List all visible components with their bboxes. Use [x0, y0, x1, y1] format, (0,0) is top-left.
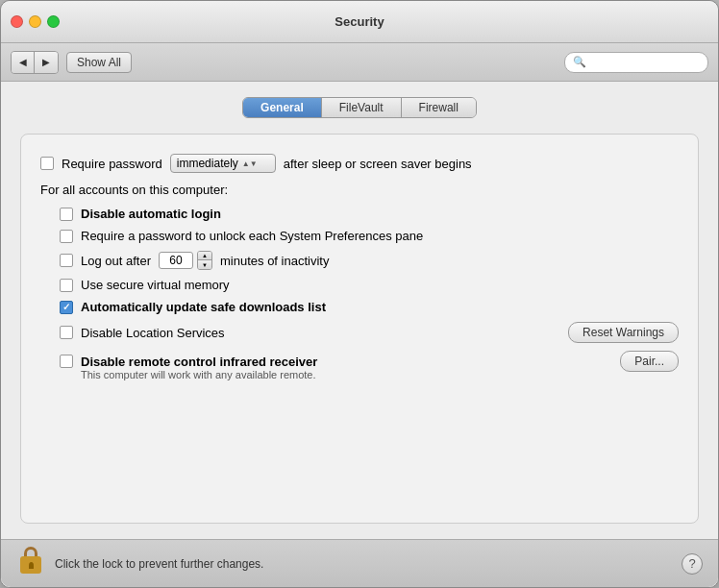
secure-memory-label: Use secure virtual memory	[81, 278, 230, 292]
disable-login-label: Disable automatic login	[81, 207, 221, 221]
close-button[interactable]	[11, 15, 23, 28]
after-sleep-label: after sleep or screen saver begins	[284, 157, 472, 171]
dropdown-arrow-icon: ▲▼	[242, 159, 258, 168]
logout-suffix-label: minutes of inactivity	[220, 254, 329, 268]
secure-memory-row: Use secure virtual memory	[60, 278, 679, 292]
logout-checkbox[interactable]	[60, 254, 73, 267]
settings-panel: Require password immediately ▲▼ after sl…	[20, 134, 699, 524]
password-timing-dropdown[interactable]: immediately ▲▼	[170, 154, 276, 173]
logout-row: Log out after ▲ ▼ minutes of inactivity	[60, 251, 679, 270]
stepper-buttons: ▲ ▼	[197, 251, 212, 270]
lock-body	[20, 556, 41, 574]
auto-update-row: Automatically update safe downloads list	[60, 300, 679, 314]
auto-update-label: Automatically update safe downloads list	[81, 300, 326, 314]
lock-text: Click the lock to prevent further change…	[55, 557, 263, 571]
auto-update-checkbox[interactable]	[60, 301, 73, 314]
lock-shackle	[24, 547, 37, 556]
forward-button[interactable]: ▶	[35, 52, 58, 73]
window-title: Security	[335, 14, 384, 29]
require-password-row: Require password immediately ▲▼ after sl…	[40, 154, 679, 173]
lock-button[interactable]	[16, 547, 45, 580]
for-all-accounts-label: For all accounts on this computer:	[40, 183, 679, 197]
tab-filevault[interactable]: FileVault	[322, 98, 402, 117]
help-button[interactable]: ?	[682, 553, 703, 575]
logout-stepper: ▲ ▼	[159, 251, 212, 270]
accounts-options: Disable automatic login Require a passwo…	[60, 207, 679, 382]
pair-button[interactable]: Pair...	[620, 351, 679, 372]
content-area: General FileVault Firewall Require passw…	[1, 82, 718, 539]
dropdown-value: immediately	[177, 157, 238, 170]
disable-login-checkbox[interactable]	[60, 208, 73, 221]
stepper-up-button[interactable]: ▲	[198, 252, 211, 260]
maximize-button[interactable]	[47, 15, 60, 28]
tab-group: General FileVault Firewall	[242, 97, 477, 118]
tab-firewall[interactable]: Firewall	[402, 98, 476, 117]
back-button[interactable]: ◀	[12, 52, 35, 73]
require-password-label: Require password	[62, 157, 162, 171]
footer: Click the lock to prevent further change…	[1, 539, 718, 587]
minimize-button[interactable]	[29, 15, 41, 28]
search-input[interactable]	[590, 56, 700, 69]
search-box: 🔍	[564, 52, 708, 73]
titlebar: Security	[1, 1, 718, 43]
tab-bar: General FileVault Firewall	[20, 97, 699, 118]
stepper-down-button[interactable]: ▼	[198, 260, 211, 269]
disable-location-label: Disable Location Services	[81, 326, 225, 340]
disable-infrared-checkbox[interactable]	[60, 355, 73, 368]
secure-memory-checkbox[interactable]	[60, 279, 73, 292]
search-icon: 🔍	[573, 56, 586, 68]
infrared-description: This computer will work with any availab…	[81, 368, 679, 382]
lock-keyhole	[29, 562, 34, 569]
disable-infrared-section: Disable remote control infrared receiver…	[60, 351, 679, 382]
disable-location-checkbox[interactable]	[60, 326, 73, 339]
disable-infrared-label: Disable remote control infrared receiver	[81, 355, 317, 369]
disable-location-row: Disable Location Services Reset Warnings	[60, 322, 679, 343]
nav-buttons: ◀ ▶	[11, 51, 59, 74]
require-password-checkbox[interactable]	[40, 157, 54, 170]
require-password-unlock-checkbox[interactable]	[60, 230, 73, 243]
traffic-lights	[11, 15, 60, 28]
main-window: Security ◀ ▶ Show All 🔍 General FileVaul…	[0, 0, 719, 588]
show-all-button[interactable]: Show All	[66, 52, 132, 73]
logout-minutes-input[interactable]	[159, 252, 193, 269]
reset-warnings-button[interactable]: Reset Warnings	[568, 322, 679, 343]
tab-general[interactable]: General	[243, 98, 322, 117]
logout-prefix-label: Log out after	[81, 254, 151, 268]
require-password-unlock-row: Require a password to unlock each System…	[60, 229, 679, 243]
disable-login-row: Disable automatic login	[60, 207, 679, 221]
toolbar: ◀ ▶ Show All 🔍	[1, 43, 718, 82]
require-password-unlock-label: Require a password to unlock each System…	[81, 229, 423, 243]
